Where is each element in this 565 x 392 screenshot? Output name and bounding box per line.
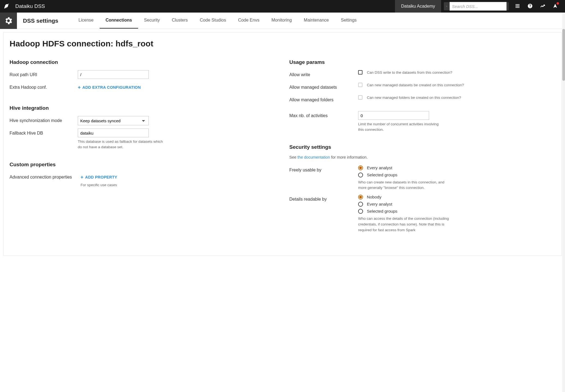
tab-clusters[interactable]: Clusters xyxy=(166,13,194,29)
subnav: DSS settings License Connections Securit… xyxy=(0,13,565,29)
hive-sync-select[interactable]: Keep datasets synced xyxy=(78,116,149,125)
activity-icon[interactable] xyxy=(540,3,545,10)
dataiku-bird-icon[interactable] xyxy=(3,2,10,10)
max-activities-help: Limit the number of concurrent activitie… xyxy=(358,121,443,133)
allow-write-label: Allow write xyxy=(289,70,358,77)
freely-usable-label: Freely usable by xyxy=(289,165,358,173)
settings-gear-icon[interactable] xyxy=(0,13,17,29)
tab-settings[interactable]: Settings xyxy=(335,13,363,29)
max-activities-input[interactable] xyxy=(358,111,429,120)
add-property-button[interactable]: + ADD PROPERTY xyxy=(81,173,117,180)
section-hive: Hive integration Hive synchronization mo… xyxy=(10,105,276,150)
scrollbar-track[interactable] xyxy=(562,13,565,259)
apps-icon[interactable] xyxy=(515,3,520,10)
freely-radio-every-analyst[interactable] xyxy=(358,165,363,170)
security-doc-line: See the documentation for more informati… xyxy=(289,155,555,159)
academy-button[interactable]: Dataiku Academy xyxy=(395,0,441,13)
fallback-db-label: Fallback Hive DB xyxy=(10,129,78,136)
usage-heading: Usage params xyxy=(289,59,555,65)
page-title: Hadoop HDFS connection: hdfs_root xyxy=(10,39,555,48)
details-radio-every-analyst[interactable] xyxy=(358,202,363,207)
scrollbar-thumb[interactable] xyxy=(562,29,565,81)
subnav-tabs: License Connections Security Clusters Co… xyxy=(64,13,565,29)
search-icon xyxy=(446,4,447,9)
topbar: Dataiku DSS Dataiku Academy xyxy=(0,0,565,13)
max-activities-label: Max nb. of activities xyxy=(289,111,358,118)
custom-heading: Custom properties xyxy=(10,162,276,168)
freely-help: Who can create new datasets in this conn… xyxy=(358,180,451,191)
adv-conn-label: Advanced connection properties xyxy=(10,173,81,180)
tab-monitoring[interactable]: Monitoring xyxy=(265,13,298,29)
section-usage: Usage params Allow write Can DSS write t… xyxy=(289,59,555,133)
root-path-label: Root path URI xyxy=(10,70,78,77)
tab-maintenance[interactable]: Maintenance xyxy=(298,13,335,29)
freely-radio-selected-groups[interactable] xyxy=(358,173,363,177)
allow-managed-datasets-checkbox[interactable] xyxy=(358,83,362,87)
root-path-input[interactable] xyxy=(78,70,149,79)
details-radio-nobody[interactable] xyxy=(358,195,363,200)
tab-security[interactable]: Security xyxy=(138,13,166,29)
fallback-db-input[interactable] xyxy=(78,129,149,137)
allow-managed-datasets-desc: Can new managed datasets be created on t… xyxy=(367,83,464,87)
allow-write-checkbox[interactable] xyxy=(358,70,362,75)
section-security: Security settings See the documentation … xyxy=(289,144,555,233)
hive-heading: Hive integration xyxy=(10,105,276,111)
allow-write-desc: Can DSS write to the datasets from this … xyxy=(367,70,452,75)
tab-license[interactable]: License xyxy=(73,13,100,29)
plus-icon: + xyxy=(78,85,81,90)
notification-dot xyxy=(557,2,559,5)
search-box[interactable] xyxy=(444,2,509,10)
allow-managed-folders-desc: Can new managed folders be created on th… xyxy=(367,96,461,100)
add-extra-configuration-button[interactable]: + ADD EXTRA CONFIGURATION xyxy=(78,83,141,90)
notifications-icon[interactable] xyxy=(552,3,558,10)
adv-conn-help: For specific use cases xyxy=(81,182,171,188)
details-radio-selected-groups[interactable] xyxy=(358,209,363,214)
hadoop-heading: Hadoop connection xyxy=(10,59,276,65)
help-icon[interactable] xyxy=(527,3,533,10)
search-input[interactable] xyxy=(450,2,507,11)
section-hadoop: Hadoop connection Root path URI Extra Ha… xyxy=(10,59,276,94)
subnav-title: DSS settings xyxy=(17,13,64,29)
brand-title: Dataiku DSS xyxy=(15,3,45,9)
documentation-link[interactable]: the documentation xyxy=(298,155,330,159)
security-heading: Security settings xyxy=(289,144,555,150)
allow-managed-folders-checkbox[interactable] xyxy=(358,95,362,100)
tab-code-studios[interactable]: Code Studios xyxy=(194,13,232,29)
tab-code-envs[interactable]: Code Envs xyxy=(232,13,265,29)
plus-icon: + xyxy=(81,175,84,180)
fallback-db-help: This database is used as fallback for da… xyxy=(78,139,168,150)
main-panel: Hadoop HDFS connection: hdfs_root Hadoop… xyxy=(3,32,562,256)
allow-managed-folders-label: Allow managed folders xyxy=(289,95,358,102)
details-help: Who can access the details of the connec… xyxy=(358,216,451,233)
allow-managed-datasets-label: Allow managed datasets xyxy=(289,83,358,90)
details-readable-label: Details readable by xyxy=(289,195,358,202)
extra-conf-label: Extra Hadoop conf. xyxy=(10,83,78,90)
hive-sync-label: Hive synchronization mode xyxy=(10,116,78,123)
section-custom: Custom properties Advanced connection pr… xyxy=(10,162,276,188)
tab-connections[interactable]: Connections xyxy=(100,13,138,29)
